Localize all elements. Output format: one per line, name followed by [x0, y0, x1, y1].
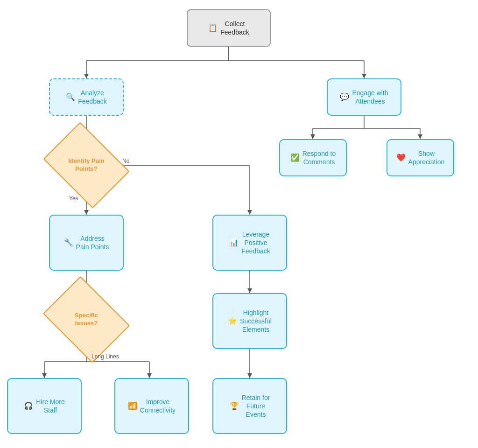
svg-marker-31: [42, 373, 47, 378]
engage-attendees-node: 💬 Engage with Attendees: [327, 78, 401, 116]
respond-comments-node: ✅ Respond to Comments: [279, 139, 347, 176]
svg-marker-18: [84, 210, 89, 215]
specific-issues-label: Specific Issues?: [75, 312, 98, 328]
highlight-elements-label: Highlight Successful Elements: [240, 308, 272, 334]
highlight-elements-node: ⭐ Highlight Successful Elements: [212, 293, 287, 349]
svg-marker-13: [310, 134, 315, 139]
svg-marker-21: [247, 210, 252, 215]
respond-comments-label: Respond to Comments: [302, 149, 336, 166]
yes-label: Yes: [69, 195, 78, 202]
identify-pain-node: Identify Pain Points?: [43, 122, 129, 208]
collect-feedback-label: Collect Feedback: [220, 20, 249, 36]
retain-future-node: 🏆 Retain for Future Events: [212, 378, 287, 434]
improve-connectivity-node: 📶 Improve Connectivity: [114, 378, 189, 434]
address-pain-node: 🔧 Address Pain Points: [49, 215, 124, 271]
retain-future-icon: 🏆: [230, 401, 239, 411]
analyze-feedback-label: Analyze Feedback: [78, 89, 106, 105]
svg-marker-25: [247, 288, 252, 293]
specific-issues-node: Specific Issues?: [43, 276, 130, 364]
show-appreciation-label: Show Appreciation: [408, 149, 445, 166]
analyze-feedback-icon: 🔍: [66, 92, 75, 102]
svg-marker-3: [84, 74, 89, 78]
analyze-feedback-node: 🔍 Analyze Feedback: [49, 78, 124, 116]
highlight-elements-icon: ⭐: [228, 316, 237, 326]
svg-marker-7: [362, 74, 366, 78]
engage-attendees-icon: 💬: [340, 92, 349, 102]
collect-feedback-node: 📋 Collect Feedback: [187, 9, 271, 47]
leverage-feedback-node: 📊 Leverage Positive Feedback: [212, 215, 287, 271]
address-pain-label: Address Pain Points: [76, 234, 109, 251]
leverage-feedback-label: Leverage Positive Feedback: [241, 230, 270, 256]
hire-staff-node: 🎧 Hire More Staff: [7, 378, 82, 434]
flowchart-diagram: 📋 Collect Feedback 🔍 Analyze Feedback 💬 …: [0, 0, 478, 448]
identify-pain-label: Identify Pain Points?: [68, 157, 104, 173]
show-appreciation-icon: ❤️: [396, 153, 406, 163]
retain-future-label: Retain for Future Events: [242, 393, 270, 419]
hire-staff-label: Hire More Staff: [36, 398, 64, 414]
svg-marker-16: [418, 134, 422, 139]
hire-staff-icon: 🎧: [24, 401, 33, 411]
address-pain-icon: 🔧: [64, 238, 73, 248]
respond-comments-icon: ✅: [290, 153, 300, 163]
long-lines-label: Long Lines: [91, 353, 119, 360]
improve-connectivity-label: Improve Connectivity: [140, 398, 176, 414]
show-appreciation-node: ❤️ Show Appreciation: [387, 139, 454, 176]
svg-marker-27: [247, 373, 252, 378]
no-label: No: [122, 158, 129, 164]
engage-attendees-label: Engage with Attendees: [352, 89, 388, 105]
improve-connectivity-icon: 📶: [128, 401, 137, 411]
leverage-feedback-icon: 📊: [229, 238, 239, 248]
svg-marker-34: [147, 373, 152, 378]
collect-feedback-icon: 📋: [208, 23, 218, 33]
